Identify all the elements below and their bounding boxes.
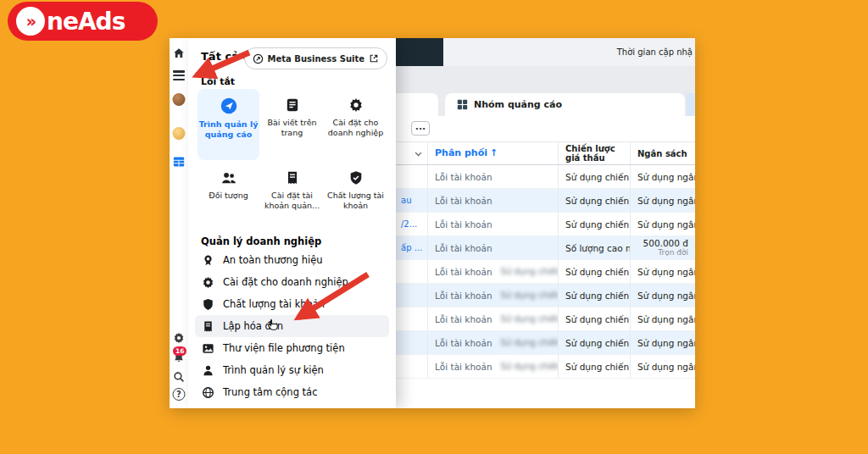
avatar-icon[interactable] xyxy=(173,93,186,106)
table-cell: Lỗi tài khoản xyxy=(428,189,559,212)
more-button[interactable]: ... xyxy=(411,121,430,136)
ads-table-area: Thời gian cập nhậ Nhóm quảng cáo ... Phâ… xyxy=(396,38,695,408)
menu-item-media-library[interactable]: Thư viện file phương tiện xyxy=(195,337,389,359)
chevron-down-icon xyxy=(414,149,423,158)
menu-item-billing[interactable]: Lập hóa đơn xyxy=(195,315,389,337)
shortcut-audiences[interactable]: Đối tượng xyxy=(198,162,259,233)
redacted-text: Sử dụng chiến xyxy=(501,267,559,276)
table-row[interactable]: Lỗi tài khoảnSử dụng chiếnSử dụng chiến … xyxy=(396,260,695,284)
table-cell: Sử dụng chiến l... xyxy=(559,355,631,378)
ads-manager-window: 16 ? Tất cả công cụ Meta Business Suite … xyxy=(170,38,695,408)
menu-item-events-manager[interactable]: Trình quản lý sự kiện xyxy=(195,359,389,381)
column-budget[interactable]: Ngân sách xyxy=(631,142,695,164)
table-row[interactable]: /2...Lỗi tài khoảnSử dụng chiến l...Sử d… xyxy=(396,213,695,236)
menu-item-collab-center[interactable]: Trung tâm cộng tác xyxy=(195,381,389,403)
page-posts-icon xyxy=(285,97,300,113)
column-bid-strategy[interactable]: Chiến lược giá thầu xyxy=(559,142,631,164)
table-row[interactable]: Lỗi tài khoảnSử dụng chiến l...Sử dụng n… xyxy=(396,165,695,189)
table-cell xyxy=(396,260,428,283)
adset-grid-icon xyxy=(457,99,468,110)
update-time-label: Thời gian cập nhậ xyxy=(617,38,693,66)
menu-item-brand-safety[interactable]: An toàn thương hiệu xyxy=(195,249,389,271)
table-row[interactable]: auLỗi tài khoảnSử dụng chiến l...Sử dụng… xyxy=(396,189,695,213)
shortcut-account-quality[interactable]: Chất lượng tài khoản xyxy=(325,162,387,233)
meta-business-suite-button[interactable]: Meta Business Suite xyxy=(244,47,387,69)
shortcut-business-settings[interactable]: Cài đặt cho doanh nghiệp xyxy=(325,89,387,160)
table-cell xyxy=(396,284,428,307)
shortcut-ads-manager[interactable]: Trình quản lý quảng cáo xyxy=(198,89,259,160)
table-cell: Sử dụng chiến l... xyxy=(559,260,631,283)
tab-ad-sets[interactable]: Nhóm quảng cáo xyxy=(445,93,685,116)
top-bar: Thời gian cập nhậ xyxy=(396,38,695,66)
tab-strip: Nhóm quảng cáo xyxy=(396,66,695,116)
shortcut-label: Trình quản lý quảng cáo xyxy=(198,119,259,140)
shortcut-label: Chất lượng tài khoản xyxy=(325,191,387,211)
gear-icon[interactable] xyxy=(173,331,185,347)
table-cell: Sử dụng ngân s... xyxy=(631,355,695,378)
table-cell: Sử dụng chiến l... xyxy=(559,331,631,354)
table-cell: Sử dụng ngân s... xyxy=(631,307,695,330)
receipt-icon xyxy=(285,170,300,185)
table-cell: Sử dụng ngân s... xyxy=(631,284,695,307)
shield-icon xyxy=(348,170,364,185)
table-row[interactable]: Lỗi tài khoảnSử dụng chiếnSử dụng chiến … xyxy=(396,331,695,355)
table-cell: Số lượng cao n... xyxy=(559,236,631,259)
table-cell: Sử dụng chiến l... xyxy=(559,213,631,235)
notification-badge: 16 xyxy=(173,346,186,356)
menu-item-label: Trình quản lý sự kiện xyxy=(223,364,324,376)
table-row[interactable]: Lỗi tài khoảnSử dụng chiếnSử dụng chiến … xyxy=(396,307,695,331)
column-label: Chiến lược giá thầu xyxy=(565,144,623,163)
table-row[interactable]: Lỗi tài khoảnSử dụng chiếnSử dụng chiến … xyxy=(396,284,695,307)
help-icon[interactable]: ? xyxy=(173,388,186,401)
menu-item-business-settings[interactable]: Cài đặt cho doanh nghiệp xyxy=(195,271,389,293)
gear-icon xyxy=(202,276,214,289)
column-label: Ngân sách xyxy=(637,149,687,158)
table-cell: Lỗi tài khoảnSử dụng chiến xyxy=(428,307,559,330)
ads-manager-icon xyxy=(220,97,237,114)
table-header: Phân phối ↑ Chiến lược giá thầu Ngân sác… xyxy=(396,141,695,165)
table-cell: Lỗi tài khoảnSử dụng chiến xyxy=(428,331,559,354)
table-cell: Lỗi tài khoảnSử dụng chiến xyxy=(428,260,559,283)
shortcut-label: Đối tượng xyxy=(209,191,248,201)
gear-icon xyxy=(348,97,364,113)
table-cell: Sử dụng chiến l... xyxy=(559,284,631,307)
column-delivery[interactable]: Phân phối ↑ xyxy=(428,142,559,164)
table-cell: ấp ... xyxy=(396,236,428,259)
table-cell: Lỗi tài khoảnSử dụng chiến xyxy=(428,284,559,307)
shortcut-label: Bài viết trên trang xyxy=(261,118,323,138)
menu-item-label: Lập hóa đơn xyxy=(223,320,283,332)
section-title: Quản lý doanh nghiệp xyxy=(201,235,321,247)
oneads-logo-text: neAds xyxy=(47,8,125,36)
table-cell xyxy=(396,355,428,378)
budget-sub-label: Trọn đời xyxy=(658,248,688,257)
reporting-grid-icon[interactable] xyxy=(173,155,185,171)
home-icon[interactable] xyxy=(173,47,185,63)
table-cell: Sử dụng ngân s... xyxy=(631,213,695,235)
table-cell: 500.000 đTrọn đời xyxy=(631,236,695,259)
table-cell: /2... xyxy=(396,213,428,235)
table-cell: au xyxy=(396,189,428,212)
tab-fragment-left xyxy=(396,93,438,116)
circle-arrow-icon xyxy=(253,53,264,64)
oneads-logo: » neAds xyxy=(8,2,158,41)
table-row[interactable]: ấp ...Lỗi tài khoảnSố lượng cao n...500.… xyxy=(396,236,695,260)
business-menu: An toàn thương hiệu Cài đặt cho doanh ng… xyxy=(195,249,389,403)
shortcut-account-settings[interactable]: Cài đặt tài khoản quản... xyxy=(261,162,323,233)
table-cell: Lỗi tài khoản xyxy=(428,165,559,188)
shield-icon xyxy=(202,298,214,311)
menu-item-account-quality[interactable]: Chất lượng tài khoản xyxy=(195,293,389,315)
table-cell: Sử dụng chiến l... xyxy=(559,165,631,188)
shortcut-page-posts[interactable]: Bài viết trên trang xyxy=(261,89,323,160)
column-fragment[interactable] xyxy=(396,142,428,164)
toolbar: ... xyxy=(396,116,695,141)
shortcuts-label: Lối tắt xyxy=(201,76,235,87)
avatar-icon[interactable] xyxy=(173,127,186,140)
table-row[interactable]: Lỗi tài khoảnSử dụng chiếnSử dụng chiến … xyxy=(396,355,695,379)
search-icon[interactable] xyxy=(173,370,185,386)
billing-icon xyxy=(202,320,214,333)
table-cell: Sử dụng ngân s... xyxy=(631,165,695,188)
column-label: Phân phối xyxy=(435,148,487,158)
menu-icon[interactable] xyxy=(173,69,185,82)
dark-header-fragment xyxy=(396,38,443,66)
external-link-icon xyxy=(369,53,379,64)
